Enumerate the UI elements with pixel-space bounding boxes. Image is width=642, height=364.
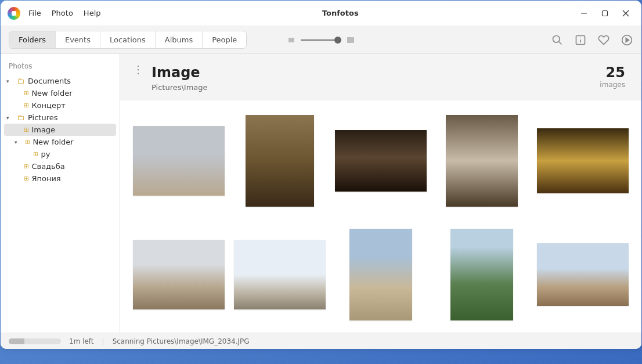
thumbnail[interactable]: [436, 114, 528, 207]
thumbnail-small-icon: [288, 37, 295, 44]
svg-point-6: [553, 35, 560, 42]
folder-icon: 🗀: [17, 113, 24, 122]
play-icon[interactable]: [621, 34, 633, 46]
window-controls: [580, 9, 637, 17]
tree-newfolder-1[interactable]: ⊞New folder: [1, 87, 120, 99]
grid-icon: ⊞: [24, 90, 28, 96]
svg-marker-12: [626, 38, 629, 42]
main-body: Photos ▾🗀Documents ⊞New folder ⊞Концерт …: [1, 54, 641, 333]
tab-folders[interactable]: Folders: [9, 31, 56, 48]
app-title: Tonfotos: [101, 9, 580, 17]
svg-rect-4: [288, 38, 294, 42]
tab-albums[interactable]: Albums: [156, 31, 203, 48]
grid-icon: ⊞: [24, 175, 28, 182]
tree-label: Pictures: [28, 113, 57, 122]
status-bar: 1m left | Scanning Pictures\Image\IMG_20…: [1, 333, 641, 349]
tree-label: Концерт: [31, 101, 65, 110]
app-logo-icon: [8, 7, 20, 20]
grid-icon: ⊞: [33, 151, 37, 157]
menu-bar: File Photo Help: [28, 9, 101, 17]
thumbnail[interactable]: [537, 114, 629, 207]
toolbar: Folders Events Locations Albums People: [1, 26, 641, 54]
tree-label: Япония: [31, 174, 60, 183]
tree-image[interactable]: ⊞Image: [4, 124, 116, 136]
thumbnail[interactable]: [133, 114, 225, 207]
chevron-down-icon: ▾: [15, 139, 21, 145]
thumbnail-large-icon: [347, 37, 354, 44]
image-count: 25: [600, 64, 625, 81]
thumbnail-grid: [120, 100, 641, 333]
status-scanning: Scanning Pictures\Image\IMG_2034.JPG: [113, 337, 250, 345]
thumbnail[interactable]: [436, 228, 528, 321]
thumbnail[interactable]: [234, 114, 326, 207]
progress-bar: [9, 338, 61, 344]
maximize-button[interactable]: [601, 9, 609, 17]
svg-rect-1: [603, 10, 608, 16]
menu-file[interactable]: File: [28, 9, 41, 17]
grid-icon: ⊞: [24, 102, 28, 109]
thumbnail[interactable]: [335, 114, 427, 207]
thumbnail[interactable]: [234, 228, 326, 321]
tree-japan[interactable]: ⊞Япония: [1, 172, 120, 185]
info-icon[interactable]: [574, 34, 587, 46]
view-tabs: Folders Events Locations Albums People: [9, 31, 247, 49]
separator: |: [102, 337, 104, 345]
tab-people[interactable]: People: [203, 31, 246, 48]
tree-pictures[interactable]: ▾🗀Pictures: [1, 111, 120, 124]
thumbnail[interactable]: [537, 228, 629, 321]
tree-label: Свадьба: [31, 162, 64, 171]
grid-icon: ⊞: [24, 127, 28, 133]
grid-icon: ⊞: [24, 163, 28, 170]
close-button[interactable]: [622, 9, 630, 17]
tree-concert[interactable]: ⊞Концерт: [1, 99, 120, 111]
thumbnail[interactable]: [335, 228, 427, 321]
status-time: 1m left: [69, 337, 94, 345]
tab-events[interactable]: Events: [56, 31, 100, 48]
zoom-control[interactable]: [288, 37, 354, 44]
heart-icon[interactable]: [597, 34, 610, 46]
thumbnail[interactable]: [133, 228, 225, 321]
page-title: Image: [152, 64, 208, 81]
minimize-button[interactable]: [580, 9, 588, 17]
tree-label: New folder: [33, 138, 73, 146]
sidebar-title: Photos: [1, 60, 120, 75]
menu-photo[interactable]: Photo: [52, 9, 73, 17]
content-area: ⋮ Image Pictures\Image 25 images: [120, 54, 641, 333]
search-icon[interactable]: [551, 34, 564, 46]
tree-documents[interactable]: ▾🗀Documents: [1, 75, 120, 87]
folder-icon: 🗀: [17, 77, 24, 85]
svg-line-7: [559, 41, 562, 44]
breadcrumb: Pictures\Image: [152, 83, 208, 92]
toolbar-actions: [551, 34, 633, 46]
svg-rect-5: [347, 37, 354, 43]
tree-svadba[interactable]: ⊞Свадьба: [1, 160, 120, 172]
tree-label: New folder: [31, 89, 72, 98]
sidebar: Photos ▾🗀Documents ⊞New folder ⊞Концерт …: [1, 54, 120, 333]
grid-icon: ⊞: [25, 139, 29, 145]
tree-label: py: [41, 150, 50, 158]
more-menu-icon[interactable]: ⋮: [132, 64, 152, 71]
chevron-down-icon: ▾: [6, 115, 13, 121]
tree-label: Documents: [28, 77, 71, 85]
content-header: ⋮ Image Pictures\Image 25 images: [120, 54, 641, 100]
chevron-down-icon: ▾: [6, 78, 13, 84]
tree-newfolder-2[interactable]: ▾⊞New folder: [1, 136, 120, 148]
app-window: File Photo Help Tonfotos Folders Events …: [1, 1, 641, 349]
titlebar: File Photo Help Tonfotos: [1, 1, 641, 26]
tab-locations[interactable]: Locations: [100, 31, 156, 48]
zoom-slider[interactable]: [301, 39, 341, 41]
tree-py[interactable]: ⊞py: [1, 148, 120, 160]
menu-help[interactable]: Help: [84, 9, 101, 17]
tree-label: Image: [31, 125, 55, 134]
image-count-label: images: [600, 81, 625, 89]
